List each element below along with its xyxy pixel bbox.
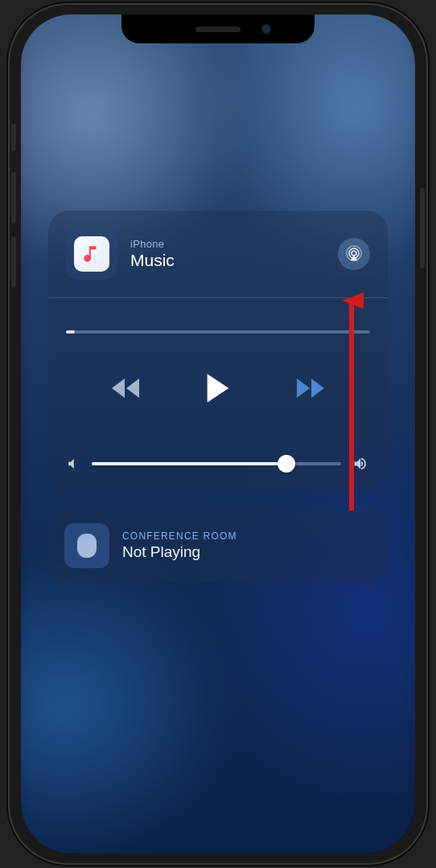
now-playing-card[interactable]: iPhone Music: [48, 211, 388, 491]
device-icon-tile: [64, 523, 109, 568]
volume-fill: [92, 462, 286, 465]
device-text: CONFERENCE ROOM Not Playing: [122, 530, 237, 561]
volume-down-button: [11, 236, 16, 288]
homepod-icon: [76, 532, 98, 559]
remote-device-card[interactable]: CONFERENCE ROOM Not Playing: [48, 509, 388, 583]
forward-button[interactable]: [294, 376, 327, 400]
volume-up-button: [11, 172, 16, 223]
volume-row: [66, 456, 370, 472]
card-divider: [48, 297, 388, 298]
volume-low-icon: [66, 457, 80, 471]
device-status: Not Playing: [122, 543, 237, 561]
notch: [121, 14, 315, 43]
airplay-icon: [345, 245, 363, 263]
rewind-button[interactable]: [109, 376, 142, 400]
scrubber-track[interactable]: [66, 330, 370, 334]
volume-slider[interactable]: [92, 462, 341, 465]
rewind-icon: [109, 376, 142, 400]
control-center-media: iPhone Music: [21, 14, 415, 854]
music-note-icon: [81, 244, 102, 264]
device-name: CONFERENCE ROOM: [122, 530, 237, 542]
phone-frame: iPhone Music: [8, 3, 428, 865]
volume-high-icon: [352, 456, 370, 472]
play-button[interactable]: [204, 372, 232, 404]
now-playing-header: iPhone Music: [66, 228, 370, 280]
silent-switch: [11, 124, 16, 151]
svg-point-0: [352, 251, 356, 256]
screen: iPhone Music: [21, 14, 415, 854]
transport-controls: [66, 372, 370, 404]
scrubber-progress: [66, 330, 75, 334]
volume-thumb[interactable]: [278, 455, 295, 473]
earpiece-speaker: [195, 27, 241, 32]
side-button: [420, 188, 425, 268]
app-name: Music: [130, 251, 175, 270]
device-label: iPhone: [130, 238, 175, 250]
forward-icon: [294, 376, 327, 400]
svg-point-5: [80, 534, 94, 540]
airplay-button[interactable]: [338, 238, 370, 270]
music-app-icon: [74, 236, 109, 272]
now-playing-title-block: iPhone Music: [130, 238, 175, 270]
front-camera: [261, 24, 271, 34]
play-icon: [204, 372, 232, 404]
app-icon-tile: [66, 228, 117, 280]
